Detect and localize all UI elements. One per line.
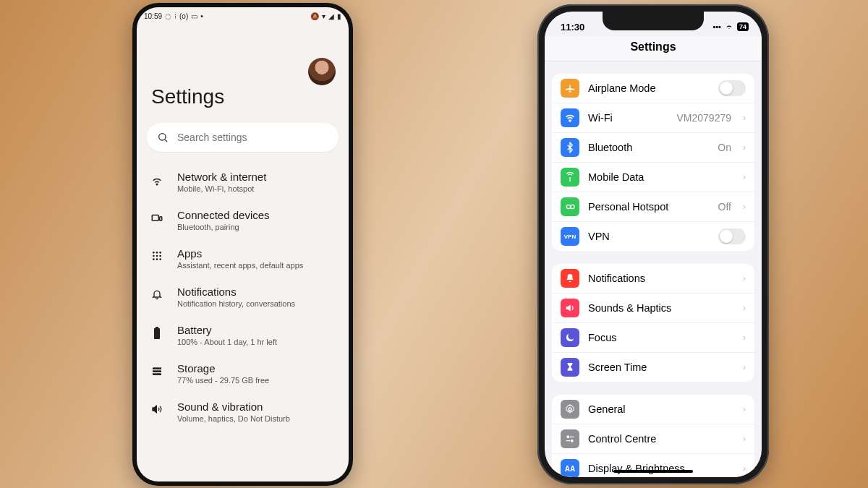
settings-row-focus[interactable]: Focus › — [552, 323, 754, 353]
airplane-icon — [561, 79, 579, 98]
row-value: On — [718, 142, 731, 153]
settings-row-display[interactable]: AA Display & Brightness › — [552, 454, 754, 477]
chevron-right-icon: › — [743, 463, 746, 474]
svg-point-0 — [159, 134, 166, 140]
svg-point-19 — [569, 120, 571, 121]
settings-group-notifications: Notifications › Sounds & Haptics › Focus… — [552, 264, 754, 382]
svg-point-10 — [159, 255, 161, 257]
svg-rect-14 — [154, 328, 160, 339]
record-icon: (o) — [179, 12, 188, 20]
whatsapp-icon: ◌ — [165, 12, 171, 20]
row-label: Sounds & Haptics — [588, 302, 734, 314]
item-title: Notifications — [177, 286, 295, 298]
dnd-icon: 🔕 — [310, 12, 319, 20]
chevron-right-icon: › — [743, 273, 746, 283]
display-icon: AA — [561, 459, 579, 477]
settings-row-sounds[interactable]: Sounds & Haptics › — [552, 294, 754, 323]
chevron-right-icon: › — [743, 333, 746, 343]
toggle-switch[interactable] — [718, 228, 746, 244]
toggle-switch[interactable] — [718, 80, 746, 96]
settings-row-hotspot[interactable]: Personal Hotspot Off › — [552, 192, 754, 222]
svg-point-12 — [156, 258, 158, 260]
chevron-right-icon: › — [743, 172, 746, 182]
item-title: Sound & vibration — [177, 401, 290, 413]
settings-group-general: General › Control Centre › AA Display & … — [552, 395, 754, 477]
item-title: Storage — [177, 362, 269, 374]
settings-row-general[interactable]: General › — [552, 395, 754, 424]
page-title: Settings — [151, 85, 224, 108]
settings-row-control-centre[interactable]: Control Centre › — [552, 424, 754, 454]
svg-point-5 — [153, 252, 155, 254]
svg-point-13 — [159, 258, 161, 260]
status-time: 11:30 — [561, 22, 584, 33]
row-label: Mobile Data — [588, 171, 734, 183]
chevron-right-icon: › — [743, 362, 746, 372]
android-phone-frame: 10:59 ◌ ⁝ (o) ▭ • 🔕 ▾ ◢ ▮ Settings — [132, 3, 353, 486]
chevron-right-icon: › — [743, 202, 746, 212]
settings-row-screen-time[interactable]: Screen Time › — [552, 353, 754, 382]
row-label: Screen Time — [588, 361, 734, 373]
bell-icon — [150, 286, 164, 300]
settings-row-vpn[interactable]: VPN VPN — [552, 222, 754, 251]
item-subtitle: 77% used - 29.75 GB free — [177, 376, 269, 385]
row-label: General — [588, 403, 734, 415]
svg-line-1 — [165, 140, 167, 142]
devices-icon — [150, 209, 164, 225]
chevron-right-icon: › — [743, 142, 746, 153]
settings-list: Network & internetMobile, Wi-Fi, hotspot… — [137, 163, 349, 481]
settings-row-notifications[interactable]: Notifications › — [552, 264, 754, 294]
svg-point-23 — [567, 436, 569, 438]
settings-item-connected-devices[interactable]: Connected devicesBluetooth, pairing — [137, 201, 349, 239]
wifi-icon — [724, 23, 734, 30]
antenna-icon — [561, 168, 579, 187]
search-icon — [157, 132, 169, 143]
item-title: Apps — [177, 247, 303, 260]
settings-item-apps[interactable]: AppsAssistant, recent apps, default apps — [137, 239, 349, 278]
svg-rect-18 — [153, 373, 161, 375]
item-subtitle: Mobile, Wi-Fi, hotspot — [177, 184, 266, 193]
row-label: VPN — [588, 231, 710, 242]
svg-point-7 — [159, 252, 161, 254]
svg-point-6 — [156, 252, 158, 254]
vpn-icon: VPN — [561, 227, 579, 246]
android-status-bar: 10:59 ◌ ⁝ (o) ▭ • 🔕 ▾ ◢ ▮ — [137, 7, 349, 22]
settings-group-connectivity: Airplane Mode Wi-Fi VM2079279 › Bluetoot… — [552, 74, 754, 251]
dot-icon: • — [200, 12, 203, 20]
wifi-icon — [561, 108, 579, 127]
settings-row-airplane[interactable]: Airplane Mode — [552, 74, 754, 103]
item-subtitle: Bluetooth, pairing — [177, 223, 270, 231]
signal-icon: ◢ — [328, 12, 334, 20]
gear-icon — [561, 400, 579, 419]
row-label: Notifications — [588, 273, 734, 284]
item-title: Network & internet — [177, 171, 266, 183]
settings-item-storage[interactable]: Storage77% used - 29.75 GB free — [137, 354, 349, 393]
chevron-right-icon: › — [743, 303, 746, 313]
chevron-right-icon: › — [743, 113, 746, 123]
bluetooth-icon — [561, 138, 579, 157]
status-time: 10:59 — [144, 12, 162, 20]
storage-icon — [150, 362, 164, 377]
settings-row-mobile-data[interactable]: Mobile Data › — [552, 163, 754, 192]
sliders-icon — [561, 429, 579, 448]
svg-rect-16 — [153, 367, 161, 369]
settings-item-sound[interactable]: Sound & vibrationVolume, haptics, Do Not… — [137, 393, 349, 431]
battery-icon: 74 — [737, 22, 749, 31]
settings-row-wifi[interactable]: Wi-Fi VM2079279 › — [552, 103, 754, 133]
settings-item-notifications[interactable]: NotificationsNotification history, conve… — [137, 278, 349, 316]
settings-item-network[interactable]: Network & internetMobile, Wi-Fi, hotspot — [137, 163, 349, 201]
page-title: Settings — [545, 36, 762, 61]
row-value: VM2079279 — [676, 112, 731, 124]
battery-icon: ▮ — [337, 12, 341, 20]
svg-point-2 — [156, 184, 158, 185]
settings-row-bluetooth[interactable]: Bluetooth On › — [552, 133, 754, 163]
search-input[interactable] — [177, 132, 328, 143]
avatar[interactable] — [308, 58, 336, 85]
home-indicator[interactable] — [613, 470, 693, 473]
svg-point-22 — [569, 408, 571, 411]
search-bar[interactable] — [147, 123, 339, 152]
settings-item-battery[interactable]: Battery100% - About 1 day, 1 hr left — [137, 316, 349, 354]
svg-rect-17 — [153, 370, 161, 372]
row-label: Personal Hotspot — [588, 201, 710, 213]
wifi-icon — [150, 171, 164, 187]
hourglass-icon — [561, 358, 579, 377]
